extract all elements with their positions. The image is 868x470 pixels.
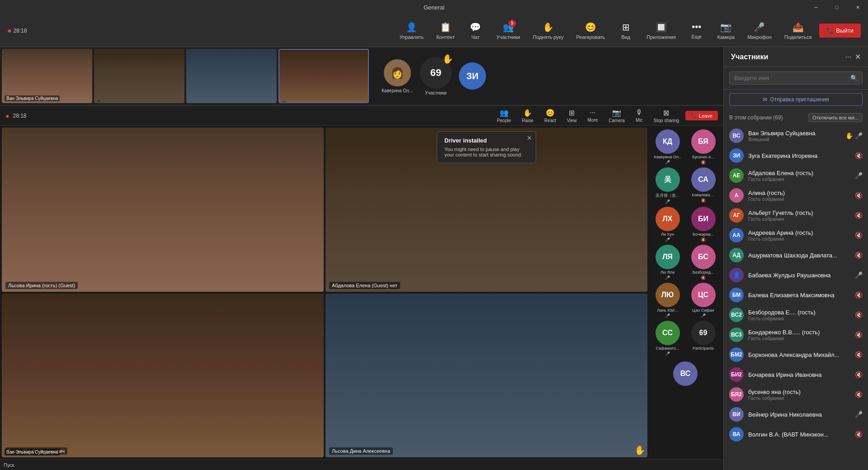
video1-label: Льсова Ирина (гость) (Guest) (5, 282, 78, 289)
strip-video-2[interactable] (94, 49, 184, 103)
toolbar-share[interactable]: 📤 Поделиться (779, 20, 817, 42)
participant-name: Ван Эльвира Суйцаевна (748, 130, 841, 137)
leave-label: Выйти (836, 27, 854, 34)
mute-all-button[interactable]: Отключить все ми... (808, 113, 863, 122)
sec-camera-btn[interactable]: 📷 Camera (604, 108, 629, 124)
participant-role: Внешний (748, 137, 841, 142)
invite-icon: ✉ (763, 96, 767, 103)
participant-row[interactable]: БМ2Борхонова Александра Михайл...🔇 (724, 345, 868, 365)
toolbar-chat[interactable]: 💬 Чат (462, 20, 489, 42)
participant-row[interactable]: БИ2Бочарева Ирина Ивановна🔇 (724, 365, 868, 385)
participant-row[interactable]: АЕАбдалова Елена (гость)Гость собрания🎤 (724, 166, 868, 185)
participant-actions: 🔇 (855, 252, 863, 259)
sec-leave-btn[interactable]: 📞 Leave (685, 111, 718, 120)
mic-status-icon: 🔇 (855, 291, 863, 299)
sec-react-label: React (544, 118, 556, 123)
sec-people-btn[interactable]: 👥 People (492, 108, 515, 124)
participant-info: бусенко яна (гость)Гость собрания (748, 389, 850, 401)
sec-camera-label: Camera (609, 118, 625, 123)
sec-mic-btn[interactable]: 🎙 Mic (631, 108, 647, 123)
participant-avatar: АА (729, 228, 744, 242)
sec-raise-btn[interactable]: ✋ Raise (517, 108, 538, 124)
participant-actions: 🔇 (855, 212, 863, 219)
participant-role: Гость собрания (748, 196, 850, 202)
participant-name: Алина (гость) (748, 190, 850, 196)
camera-icon: 📷 (720, 22, 731, 33)
notif-close[interactable]: ✕ (527, 134, 532, 142)
participants-label: Участники (496, 34, 520, 40)
participant-row[interactable]: ВС3Бондаренко В.В..... (гость)Гость собр… (724, 325, 868, 345)
invite-button[interactable]: ✉ Отправка приглашения (729, 93, 863, 106)
sec-react-btn[interactable]: 😊 React (540, 108, 561, 124)
view-icon: ⊞ (622, 22, 630, 33)
invite-label: Отправка приглашения (770, 96, 829, 103)
search-input[interactable] (734, 75, 848, 81)
toolbar-manage[interactable]: 👤 Управлять (394, 20, 429, 42)
participant-info: Вейнер Ирина Николаевна (748, 411, 850, 418)
more-label: Еще (691, 34, 701, 39)
toolbar-camera[interactable]: 📷 Камера (712, 20, 740, 42)
strip-video-3[interactable] (186, 49, 277, 103)
participant-name: Бочарева Ирина Ивановна (748, 371, 850, 378)
mic-status-icon: 🔇 (855, 431, 863, 438)
sec-raise-icon: ✋ (523, 109, 532, 117)
panel-more-btn[interactable]: ··· (845, 52, 851, 61)
participant-row[interactable]: ААлина (гость)Гость собрания🔇 (724, 185, 868, 205)
sec-leave-label: Leave (699, 113, 712, 119)
sec-stop-label: Stop sharing (654, 118, 679, 123)
sec-view-btn[interactable]: ⊞ View (562, 108, 581, 124)
participant-info: Ашурматова Шахзода Давлата... (748, 252, 850, 259)
participant-row[interactable]: АААндреева Арина (гость)Гость собрания🔇 (724, 225, 868, 245)
participant-row[interactable]: АГАльберт Гучетль (гость)Гость собрания🔇 (724, 205, 868, 225)
participant-info: Зуга Екатерина Игоревна (748, 152, 850, 159)
raise-hand-icon: ✋ (542, 22, 554, 33)
strip-video-4[interactable] (278, 49, 369, 103)
sec-people-label: People (497, 118, 511, 123)
av-kd: КД Каверина Ол... 🎤 (651, 129, 684, 165)
participant-avatar: А (729, 188, 744, 203)
participant-name: Вейнер Ирина Николаевна (748, 411, 850, 418)
van-elvira-label: Ван Эльвира Суйцаевна (5, 449, 60, 456)
sec-more-btn[interactable]: ··· More (583, 108, 602, 123)
sec-camera-icon: 📷 (612, 109, 621, 117)
video-cell-4: Льсова Дина Алексеевна (326, 294, 647, 458)
toolbar-apps[interactable]: 🔲 Приложения (641, 20, 681, 42)
participant-role: Гость собрания (748, 176, 850, 182)
manage-label: Управлять (400, 34, 424, 40)
toolbar-participants[interactable]: 👥 9 Участники (491, 20, 526, 42)
participant-avatar: БЯ2 (729, 387, 744, 402)
participant-actions: 🔇 (855, 431, 863, 438)
av-ca: СА Ковалева ... 🔇 (687, 167, 720, 204)
participant-row[interactable]: ВАВолгин В.А. (ВАВТ Минэкон...🔇 (724, 424, 868, 444)
participant-info: Бондаренко В.В..... (гость)Гость собрани… (748, 329, 850, 341)
toolbar-more[interactable]: ••• Еще (683, 20, 710, 41)
minimize-button[interactable]: ─ (806, 0, 826, 14)
leave-button[interactable]: 📞 Выйти (819, 24, 861, 38)
panel-close-btn[interactable]: ✕ (855, 52, 861, 61)
participant-row[interactable]: АДАшурматова Шахзода Давлата...🔇 (724, 245, 868, 265)
participant-row[interactable]: ВС2Безбородова Е.... (гость)Гость собран… (724, 305, 868, 325)
maximize-button[interactable]: □ (826, 0, 847, 14)
participant-role: Гость собрания (748, 336, 850, 341)
participant-row[interactable]: БЯ2бусенко яна (гость)Гость собрания🔇 (724, 385, 868, 404)
toolbar-content[interactable]: 📋 Контент (431, 20, 460, 42)
participant-row[interactable]: БМБалева Елизавета Максимовна🔇 (724, 285, 868, 305)
close-button[interactable]: ✕ (847, 0, 868, 14)
toolbar-view[interactable]: ⊞ Вид (612, 20, 639, 42)
participant-row[interactable]: ВСВан Эльвира СуйцаевнаВнешний✋🎤 (724, 126, 868, 146)
participant-avatar: 👤 (729, 268, 744, 282)
strip-video-1[interactable]: Ван Эльвира Суйцаевна (2, 49, 92, 103)
participant-row[interactable]: ВИВейнер Ирина Николаевна🎤 (724, 404, 868, 424)
participant-avatar: БИ2 (729, 367, 744, 382)
toolbar-react[interactable]: 😊 Реагировать (571, 20, 610, 42)
participant-actions: ✋🎤 (845, 132, 863, 139)
search-box[interactable]: 🔍 (729, 71, 863, 85)
sec-stop-sharing-btn[interactable]: ⊠ Stop sharing (649, 108, 684, 124)
react-label: Реагировать (576, 34, 605, 40)
participant-row[interactable]: ЗИЗуга Екатерина Игоревна🔇 (724, 146, 868, 166)
participant-row[interactable]: 👤Бабаева Жулдыз Раушановна🎤 (724, 265, 868, 285)
participant-name: Зуга Екатерина Игоревна (748, 152, 850, 159)
toolbar-mic[interactable]: 🎤 Микрофон (742, 20, 777, 42)
share-icon: 📤 (793, 22, 804, 33)
toolbar-raise-hand[interactable]: ✋ Поднять руку (527, 20, 569, 42)
